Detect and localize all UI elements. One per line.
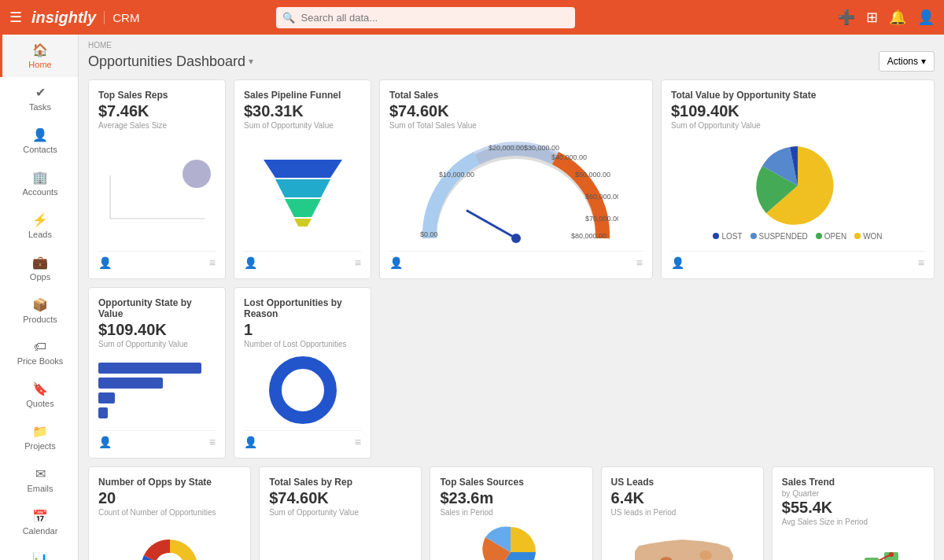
lost-opps-footer: 👤 ≡ — [244, 430, 361, 448]
svg-text:$50,000.00: $50,000.00 — [575, 171, 610, 179]
sidebar-item-quotes[interactable]: 🔖 Quotes — [0, 374, 78, 416]
top-sales-svg — [102, 160, 212, 223]
top-sources-value: $23.6m — [440, 489, 582, 507]
sidebar-label-pricebooks: Price Books — [17, 356, 64, 366]
search-input[interactable] — [276, 7, 575, 28]
hamburger-icon[interactable]: ☰ — [9, 9, 22, 26]
top-sources-pie-svg — [478, 523, 544, 560]
total-sales-sub: Sum of Total Sales Value — [389, 121, 643, 130]
svg-text:$30,000.00: $30,000.00 — [524, 144, 559, 152]
svg-point-28 — [699, 551, 712, 560]
card-total-value: Total Value by Opportunity State $109.40… — [661, 79, 935, 279]
us-leads-value: 6.4K — [611, 489, 754, 507]
grid-icon[interactable]: ⊞ — [866, 9, 878, 26]
main-content: HOME Opportunities Dashboard ▾ Actions ▾… — [79, 35, 944, 560]
sidebar-item-emails[interactable]: ✉ Emails — [0, 459, 78, 501]
legend-suspended: SUSPENDED — [750, 232, 808, 241]
actions-button[interactable]: Actions ▾ — [879, 51, 935, 72]
user-icon[interactable]: 👤 — [917, 9, 935, 26]
products-icon: 📦 — [32, 297, 48, 312]
svg-text:$10,000.00: $10,000.00 — [439, 171, 474, 179]
home-icon: 🏠 — [32, 42, 48, 57]
tasks-icon: ✔ — [35, 85, 46, 100]
total-by-rep-value: $74.60K — [269, 489, 411, 507]
svg-text:$80,000.00: $80,000.00 — [571, 232, 607, 240]
legend-won: WON — [854, 232, 882, 241]
total-by-rep-title: Total Sales by Rep — [269, 477, 411, 488]
svg-marker-3 — [264, 160, 342, 178]
svg-point-8 — [511, 234, 521, 243]
sidebar-item-home[interactable]: 🏠 Home — [0, 35, 78, 77]
menu-icon[interactable]: ≡ — [209, 256, 216, 269]
sales-trend-value: $55.4K — [782, 499, 924, 517]
person-icon-4: 👤 — [671, 256, 684, 269]
total-value-value: $109.40K — [671, 102, 924, 120]
svg-line-7 — [467, 211, 516, 238]
person-icon-3: 👤 — [389, 256, 403, 269]
card-us-leads: US Leads 6.4K US leads in Period — [601, 466, 764, 560]
trend-svg — [798, 540, 908, 561]
sidebar-label-opps: Opps — [30, 272, 50, 282]
svg-marker-4 — [275, 179, 330, 197]
pie-legend: LOST SUSPENDED OPEN — [713, 232, 882, 241]
num-opps-title: Number of Opps by State — [98, 477, 241, 488]
us-leads-sub: US leads in Period — [611, 508, 754, 517]
sidebar-item-dashboards[interactable]: 📊 Dashboards — [0, 543, 78, 560]
main-layout: 🏠 Home ✔ Tasks 👤 Contacts 🏢 Accounts ⚡ L… — [0, 35, 944, 560]
sales-trend-title: Sales Trend — [782, 477, 924, 488]
total-value-sub: Sum of Opportunity Value — [671, 121, 924, 130]
sidebar-label-leads: Leads — [28, 230, 52, 239]
bell-icon[interactable]: 🔔 — [889, 9, 906, 26]
sidebar-item-calendar[interactable]: 📅 Calendar — [0, 501, 78, 543]
pricebooks-icon: 🏷 — [34, 340, 46, 354]
menu-icon-2[interactable]: ≡ — [355, 256, 361, 269]
svg-marker-5 — [285, 199, 321, 217]
sidebar-item-accounts[interactable]: 🏢 Accounts — [0, 162, 78, 204]
pipeline-title: Sales Pipeline Funnel — [244, 90, 361, 101]
total-by-rep-sub: Sum of Opportunity Value — [269, 508, 411, 517]
sidebar-item-products[interactable]: 📦 Products — [0, 289, 78, 332]
pipeline-footer: 👤 ≡ — [244, 251, 361, 269]
card-top-sources: Top Sales Sources $23.6m Sales in Period… — [430, 466, 592, 560]
sidebar-item-contacts[interactable]: 👤 Contacts — [0, 120, 78, 162]
num-opps-donut-svg — [135, 532, 205, 561]
sidebar-label-products: Products — [23, 315, 57, 324]
donut-svg — [267, 355, 338, 426]
num-opps-value: 20 — [98, 489, 241, 507]
sidebar-item-leads[interactable]: ⚡ Leads — [0, 204, 78, 247]
menu-icon-6[interactable]: ≡ — [355, 436, 361, 448]
dropdown-arrow-icon[interactable]: ▾ — [249, 56, 253, 67]
funnel-svg — [252, 156, 354, 227]
sidebar-item-tasks[interactable]: ✔ Tasks — [0, 77, 78, 120]
person-icon: 👤 — [98, 256, 112, 269]
actions-arrow-icon: ▾ — [921, 56, 926, 67]
sidebar-item-pricebooks[interactable]: 🏷 Price Books — [0, 332, 78, 374]
menu-icon-5[interactable]: ≡ — [209, 436, 216, 448]
opps-icon: 💼 — [32, 255, 48, 270]
menu-icon-3[interactable]: ≡ — [636, 256, 643, 269]
sales-trend-sub: Avg Sales Size in Period — [782, 518, 924, 526]
opp-state-title: Opportunity State by Value — [98, 297, 216, 319]
legend-lost-label: LOST — [721, 232, 742, 241]
menu-icon-4[interactable]: ≡ — [918, 256, 924, 269]
svg-rect-33 — [865, 558, 879, 561]
breadcrumb: HOME — [88, 41, 935, 50]
dashboard-row-2: Opportunity State by Value $109.40K Sum … — [88, 287, 935, 459]
card-total-by-rep: Total Sales by Rep $74.60K Sum of Opport… — [259, 466, 422, 560]
quotes-icon: 🔖 — [32, 381, 48, 396]
sidebar-item-opps[interactable]: 💼 Opps — [0, 247, 78, 289]
sidebar-label-home: Home — [28, 60, 51, 69]
sidebar-item-projects[interactable]: 📁 Projects — [0, 416, 78, 459]
page-header: Opportunities Dashboard ▾ Actions ▾ — [88, 51, 935, 72]
svg-text:$0.00: $0.00 — [420, 230, 438, 238]
search-bar: 🔍 — [276, 7, 575, 28]
card-top-sales: Top Sales Reps $7.46K Average Sales Size… — [88, 79, 226, 279]
pie-svg-total-value — [739, 142, 857, 229]
logo-area: insightly CRM — [31, 9, 139, 27]
card-lost-opps: Lost Opportunities by Reason 1 Number of… — [234, 287, 371, 459]
us-leads-title: US Leads — [611, 477, 754, 488]
dashboards-icon: 📊 — [32, 551, 48, 560]
svg-point-0 — [183, 160, 211, 188]
sidebar: 🏠 Home ✔ Tasks 👤 Contacts 🏢 Accounts ⚡ L… — [0, 35, 79, 560]
add-icon[interactable]: ➕ — [838, 9, 855, 26]
